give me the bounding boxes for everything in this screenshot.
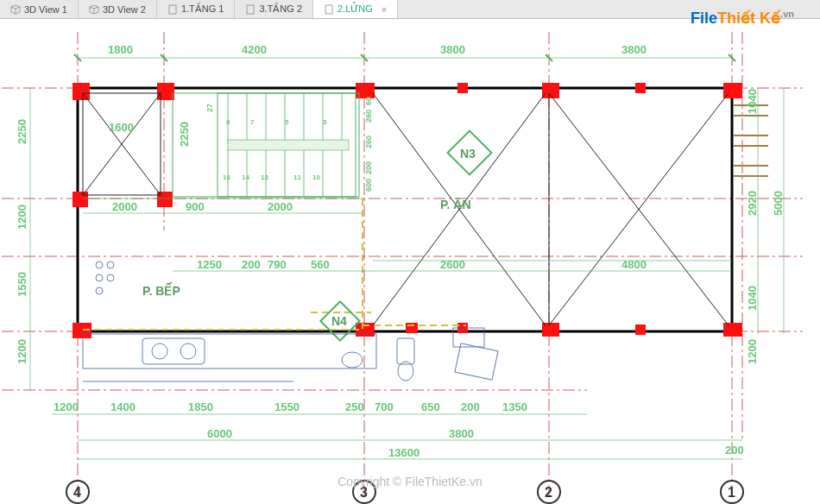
svg-rect-0 — [169, 5, 176, 14]
svg-text:4200: 4200 — [242, 43, 267, 56]
svg-text:1200: 1200 — [16, 205, 28, 230]
svg-text:600: 600 — [364, 179, 373, 192]
dim-left: 2250 1200 1550 1200 — [16, 88, 30, 390]
column — [356, 83, 375, 98]
svg-text:27: 27 — [205, 104, 214, 112]
svg-text:1850: 1850 — [188, 400, 213, 413]
tab-label: 3.TẦNG 2 — [259, 3, 302, 15]
svg-rect-2 — [325, 5, 332, 14]
tab-lung[interactable]: 2.LỬNG × — [313, 0, 398, 18]
svg-point-45 — [107, 274, 114, 281]
svg-text:1550: 1550 — [274, 400, 300, 413]
svg-rect-41 — [83, 334, 376, 369]
svg-text:N3: N3 — [460, 147, 476, 161]
svg-text:2250: 2250 — [16, 119, 28, 144]
room-label-bep: P. BẾP — [142, 281, 180, 298]
column — [73, 83, 90, 100]
svg-text:650: 650 — [421, 400, 440, 413]
svg-text:1550: 1550 — [16, 272, 28, 297]
svg-text:700: 700 — [375, 400, 394, 413]
tab-tang2[interactable]: 3.TẦNG 2 — [235, 0, 313, 18]
dim: 2250 — [178, 122, 191, 147]
dim: 1600 — [109, 121, 134, 134]
svg-text:2920: 2920 — [746, 191, 759, 216]
svg-text:1800: 1800 — [108, 43, 133, 56]
svg-text:3800: 3800 — [449, 427, 474, 440]
column — [457, 83, 468, 93]
doc-icon — [245, 4, 255, 15]
svg-point-48 — [152, 343, 167, 359]
svg-text:3: 3 — [323, 118, 327, 126]
dim-right: 1040 2920 1040 5000 1200 — [746, 88, 785, 364]
drawing-canvas[interactable]: 16 14 13 11 10 8 7 5 3 N3 N4 P. BẾP P. Ă… — [0, 19, 820, 504]
svg-text:1350: 1350 — [502, 400, 527, 413]
svg-text:260: 260 — [364, 135, 373, 148]
svg-rect-52 — [397, 338, 414, 364]
tab-tang1[interactable]: 1.TẦNG 1 — [157, 0, 236, 18]
svg-text:3800: 3800 — [440, 43, 465, 56]
svg-text:1040: 1040 — [746, 89, 759, 114]
tab-3dview2[interactable]: 3D View 2 — [79, 0, 157, 18]
dim-bot1: 1200 1400 1850 1550 250 700 650 200 1350 — [52, 400, 587, 414]
svg-point-46 — [96, 287, 103, 294]
tab-label: 3D View 1 — [24, 4, 67, 15]
svg-text:3800: 3800 — [621, 43, 647, 56]
tab-3dview1[interactable]: 3D View 1 — [0, 0, 79, 18]
void-area — [83, 93, 161, 195]
svg-text:1040: 1040 — [746, 286, 759, 311]
svg-text:14: 14 — [242, 173, 249, 181]
svg-text:4: 4 — [73, 485, 81, 500]
svg-text:1200: 1200 — [54, 400, 79, 413]
svg-text:1: 1 — [728, 485, 735, 500]
window-right — [734, 105, 768, 176]
svg-point-44 — [96, 274, 103, 281]
svg-text:7: 7 — [250, 118, 255, 126]
svg-text:250: 250 — [345, 400, 364, 413]
svg-rect-55 — [455, 343, 498, 380]
dim-bot3: 13600 — [78, 446, 742, 459]
svg-text:200: 200 — [725, 444, 744, 457]
cube-icon — [10, 4, 21, 15]
cube-icon — [89, 4, 99, 15]
tab-label: 2.LỬNG — [337, 3, 373, 15]
column — [157, 83, 174, 100]
svg-text:200: 200 — [364, 161, 373, 174]
column — [635, 324, 646, 335]
column — [723, 323, 742, 337]
svg-text:10: 10 — [312, 173, 320, 181]
svg-text:1250: 1250 — [197, 258, 222, 271]
svg-text:560: 560 — [311, 258, 330, 271]
svg-text:N4: N4 — [331, 314, 347, 328]
tab-label: 1.TẦNG 1 — [181, 3, 224, 15]
svg-point-43 — [107, 261, 114, 268]
copyright-watermark: Copyright © FileThietKe.vn — [337, 475, 483, 488]
watermark-logo: FileThiết Kế.vn — [691, 9, 794, 28]
svg-text:1400: 1400 — [110, 400, 136, 413]
staircase: 16 14 13 11 10 8 7 5 3 — [173, 93, 359, 197]
svg-text:2000: 2000 — [112, 200, 137, 213]
room-label-an: P. ĂN — [440, 198, 471, 211]
dim-top: 1800 4200 3800 3800 — [74, 43, 735, 61]
dim-wall: 1250 200 790 560 2600 4800 — [173, 258, 732, 271]
marker-n4: N4 — [320, 301, 359, 340]
svg-text:1200: 1200 — [16, 339, 28, 364]
close-icon[interactable]: × — [382, 4, 387, 15]
svg-text:1200: 1200 — [746, 339, 759, 364]
svg-text:5: 5 — [285, 118, 289, 126]
svg-point-42 — [96, 261, 103, 268]
svg-text:200: 200 — [461, 400, 480, 413]
column — [406, 323, 418, 333]
svg-text:260: 260 — [364, 110, 373, 123]
doc-icon — [167, 4, 178, 15]
svg-point-51 — [342, 352, 363, 368]
svg-rect-1 — [247, 5, 254, 14]
svg-text:5000: 5000 — [772, 191, 785, 216]
svg-text:11: 11 — [293, 173, 301, 181]
svg-text:6000: 6000 — [207, 427, 232, 440]
svg-rect-27 — [228, 140, 349, 150]
svg-text:200: 200 — [242, 258, 261, 271]
marker-n3: N3 — [448, 131, 492, 175]
void-area-right — [373, 93, 729, 325]
svg-text:13600: 13600 — [388, 446, 419, 459]
svg-point-49 — [180, 343, 196, 359]
